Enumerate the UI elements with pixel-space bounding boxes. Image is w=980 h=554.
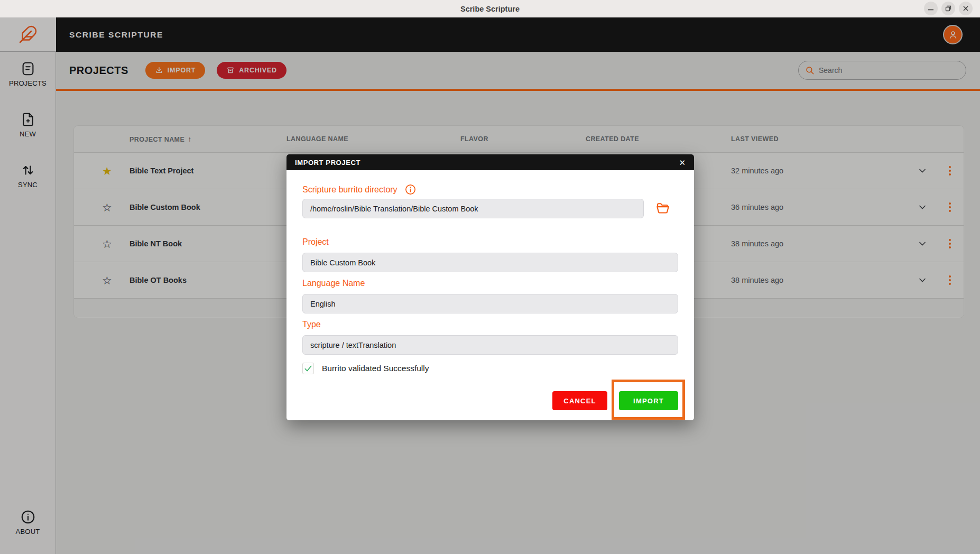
project-name-input[interactable] xyxy=(302,253,678,272)
dialog-title: IMPORT PROJECT xyxy=(295,159,360,167)
burrito-directory-input[interactable] xyxy=(302,199,644,218)
language-name-label: Language Name xyxy=(302,279,365,288)
info-icon[interactable] xyxy=(404,183,417,196)
type-label: Type xyxy=(302,320,321,329)
type-input[interactable] xyxy=(302,335,678,355)
close-icon[interactable]: ✕ xyxy=(677,156,688,169)
dialog-header: IMPORT PROJECT ✕ xyxy=(286,154,694,170)
validation-message: Burrito validated Successfully xyxy=(322,364,429,373)
folder-open-icon xyxy=(655,201,670,216)
checkmark-icon xyxy=(302,363,314,374)
validation-status: Burrito validated Successfully xyxy=(302,363,429,374)
minimize-button[interactable] xyxy=(924,2,938,15)
burrito-directory-label: Scripture burrito directory xyxy=(302,183,417,196)
window-title: Scribe Scripture xyxy=(460,5,520,13)
os-titlebar: Scribe Scripture xyxy=(0,0,980,17)
close-window-button[interactable] xyxy=(959,2,973,15)
language-name-input[interactable] xyxy=(302,294,678,313)
restore-button[interactable] xyxy=(941,2,955,15)
browse-folder-button[interactable] xyxy=(655,201,670,216)
import-button-highlight-annotation xyxy=(612,380,685,420)
project-label: Project xyxy=(302,237,329,247)
cancel-button[interactable]: CANCEL xyxy=(552,391,607,410)
window-controls xyxy=(924,2,973,15)
